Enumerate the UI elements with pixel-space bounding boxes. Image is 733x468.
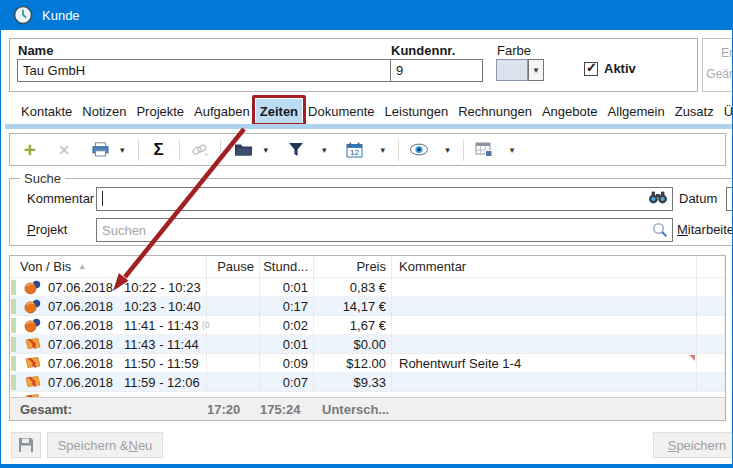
separator: [138, 139, 139, 161]
save-icon-button[interactable]: [11, 432, 41, 458]
cell-preis: $9.33: [314, 373, 392, 391]
cell-stunden: 0:02: [260, 316, 314, 334]
footer-pause-total: 17:20: [207, 402, 260, 417]
table-row[interactable]: 07.06.2018 11:43 - 11:44 0:01 $0.00: [10, 335, 725, 354]
view-button[interactable]: [409, 138, 429, 162]
row-date: 07.06.2018: [48, 318, 118, 333]
calendar-dropdown[interactable]: ▾: [378, 145, 389, 155]
column-header-von-bis[interactable]: Von / Bis ▲: [10, 256, 207, 277]
column-header-kommentar[interactable]: Kommentar: [392, 256, 697, 277]
datum-field[interactable]: [726, 187, 733, 211]
export-grid-button[interactable]: [474, 138, 494, 162]
cell-preis: $12.00: [314, 354, 392, 372]
tab-zusatz[interactable]: Zusatz: [671, 99, 718, 124]
add-button[interactable]: +: [20, 138, 40, 162]
column-header-pause[interactable]: Pause: [207, 256, 260, 277]
tab-zeiten[interactable]: Zeiten: [256, 99, 302, 124]
separator: [398, 139, 399, 161]
eye-icon: [409, 143, 429, 156]
row-icon: [23, 318, 43, 333]
spheres-icon: [23, 280, 43, 295]
kundennr-field[interactable]: [390, 59, 483, 82]
binoculars-icon[interactable]: [648, 191, 668, 207]
column-header-stunden[interactable]: Stund...: [260, 256, 314, 277]
delete-button[interactable]: ✕: [54, 138, 74, 162]
cell-kommentar: Rohentwurf Seite 1-4: [392, 354, 697, 372]
color-dropdown[interactable]: ▾: [528, 59, 544, 81]
link-add-button[interactable]: +: [190, 138, 210, 162]
calendar-button[interactable]: 12: [345, 138, 365, 162]
row-date: 07.06.2018: [48, 337, 118, 352]
footer-preis-total: Untersch...: [314, 402, 392, 417]
tab-kontakte[interactable]: Kontakte: [17, 99, 76, 124]
row-icon: [23, 280, 43, 295]
view-dropdown[interactable]: ▾: [442, 145, 453, 155]
row-icon: [23, 374, 43, 390]
aktiv-checkbox[interactable]: ✓: [584, 62, 598, 76]
tab-aufgaben[interactable]: Aufgaben: [190, 99, 254, 124]
cell-pause: [207, 354, 260, 372]
tab-angebote[interactable]: Angebote: [538, 99, 602, 124]
tab-allgemein[interactable]: Allgemein: [604, 99, 669, 124]
tab-underline: [5, 124, 733, 129]
tab-projekte[interactable]: Projekte: [132, 99, 188, 124]
sigma-icon: Σ: [153, 140, 163, 160]
column-header-extra: [697, 256, 725, 277]
search-legend: Suche: [20, 171, 65, 186]
save-button[interactable]: Speichern: [653, 432, 733, 458]
tab-leistungen[interactable]: Leistungen: [381, 99, 453, 124]
folder-dropdown[interactable]: ▾: [261, 145, 272, 155]
cell-preis: 14,17 €: [314, 297, 392, 315]
sum-button[interactable]: Σ: [149, 138, 169, 162]
row-time: 11:50 - 11:59: [124, 356, 199, 371]
spheres-icon: [23, 299, 43, 314]
cell-stunden: 0:17: [260, 297, 314, 315]
print-button[interactable]: [90, 138, 110, 162]
table-row[interactable]: 07.06.2018 11:41 - 11:43 (0 0:02 1,67 €: [10, 316, 725, 335]
spheres-icon: [23, 318, 43, 333]
cell-stunden: 0:07: [260, 373, 314, 391]
cell-kommentar: [392, 297, 697, 315]
filter-button[interactable]: [286, 138, 306, 162]
titlebar[interactable]: Kunde: [0, 0, 733, 30]
x-icon: ✕: [58, 142, 70, 158]
table-row[interactable]: 07.06.2018 10:22 - 10:23 0:01 0,83 €: [10, 278, 725, 297]
name-label: Name: [18, 43, 53, 58]
row-green-marker: [11, 299, 16, 314]
datum-label: Datum: [679, 191, 717, 206]
aktiv-label: Aktiv: [604, 61, 636, 76]
tab-notizen[interactable]: Notizen: [78, 99, 130, 124]
cell-preis: $0.00: [314, 335, 392, 353]
row-time: 10:22 - 10:23: [124, 280, 201, 295]
filter-dropdown[interactable]: ▾: [319, 145, 330, 155]
folder-button[interactable]: [234, 138, 254, 162]
name-field[interactable]: [17, 59, 397, 82]
kommentar-search-input[interactable]: [96, 187, 673, 211]
row-green-marker: [11, 280, 16, 295]
print-dropdown[interactable]: ▾: [117, 145, 128, 155]
kommentar-label: Kommentar: [27, 191, 94, 206]
flag-icon: [23, 336, 43, 352]
export-dropdown[interactable]: ▾: [507, 145, 518, 155]
tab-übersicht[interactable]: Übersicht: [720, 99, 733, 124]
projekt-label: Projekt: [27, 222, 67, 237]
row-green-marker: [11, 318, 16, 333]
table-row[interactable]: 07.06.2018 10:23 - 10:40 0:17 14,17 €: [10, 297, 725, 316]
save-and-new-button[interactable]: Speichern & Neu: [47, 432, 163, 458]
column-header-preis[interactable]: Preis: [314, 256, 392, 277]
cell-pause: [207, 373, 260, 391]
table-row[interactable]: 07.06.2018 11:50 - 11:59 0:09 $12.00 Roh…: [10, 354, 725, 373]
mitarbeiter-label: Mitarbeiter: [677, 222, 733, 237]
color-swatch[interactable]: [496, 59, 528, 81]
tab-dokumente[interactable]: Dokumente: [304, 99, 378, 124]
row-green-marker: [11, 337, 16, 352]
farbe-label: Farbe: [497, 43, 531, 58]
cell-kommentar: [392, 373, 697, 391]
row-time: 11:43 - 11:44: [124, 337, 199, 352]
svg-text:12: 12: [350, 148, 359, 157]
separator: [220, 139, 221, 161]
projekt-search-input[interactable]: [96, 218, 673, 242]
tab-rechnungen[interactable]: Rechnungen: [454, 99, 536, 124]
table-row[interactable]: 07.06.2018 11:59 - 12:06 0:07 $9.33: [10, 373, 725, 392]
magnifier-icon[interactable]: [652, 222, 668, 241]
